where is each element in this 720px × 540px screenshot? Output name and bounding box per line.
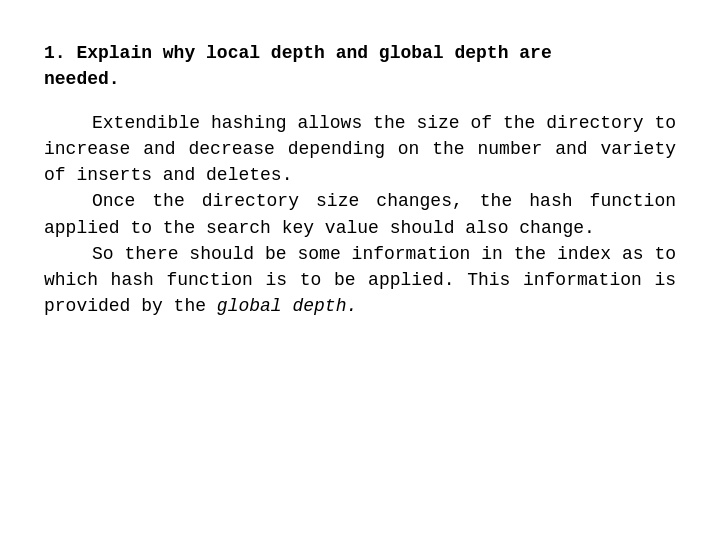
italic-global-depth: global depth.	[217, 296, 357, 316]
main-content: 1. Explain why local depth and global de…	[0, 0, 720, 359]
heading-line2: needed.	[44, 69, 120, 89]
paragraph2: Once the directory size changes, the has…	[44, 188, 676, 240]
paragraph1: Extendible hashing allows the size of th…	[44, 110, 676, 188]
paragraph2-text: Once the directory size changes, the has…	[44, 191, 676, 237]
paragraph3: So there should be some information in t…	[44, 241, 676, 319]
body-text-block: Extendible hashing allows the size of th…	[44, 110, 676, 319]
paragraph1-text: Extendible hashing allows the size of th…	[44, 113, 676, 185]
question-heading: 1. Explain why local depth and global de…	[44, 40, 676, 92]
paragraph3-text: So there should be some information in t…	[44, 244, 676, 316]
heading-line1: 1. Explain why local depth and global de…	[44, 43, 552, 63]
